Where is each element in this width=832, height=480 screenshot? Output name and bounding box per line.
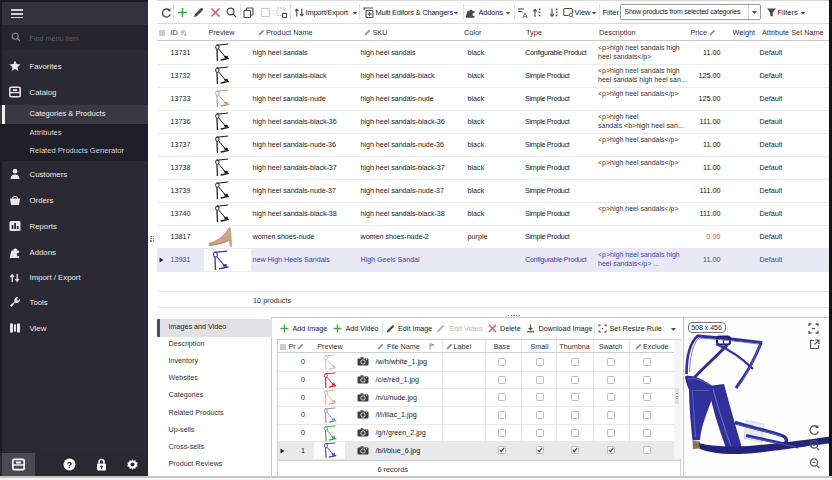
svg-text:?: ?: [67, 460, 73, 470]
svg-text:A: A: [522, 11, 527, 19]
